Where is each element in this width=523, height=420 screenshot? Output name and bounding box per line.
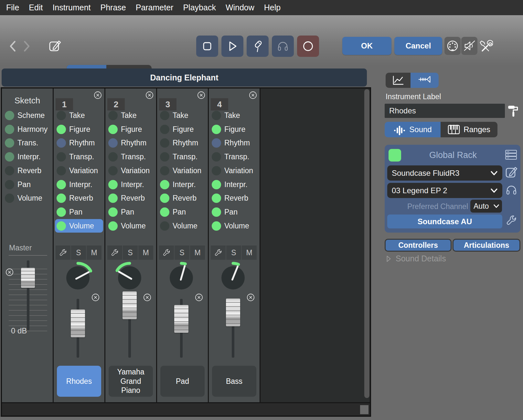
close-channel-icon[interactable] xyxy=(249,91,257,99)
param-state-dot[interactable] xyxy=(160,138,169,148)
channel-2-param-variation[interactable]: Variation xyxy=(107,164,155,177)
parameter-view-button[interactable] xyxy=(386,73,411,88)
device-select[interactable]: Soundcase FluidR3 xyxy=(387,165,502,181)
channel-3-param-reverb[interactable]: Reverb xyxy=(158,191,207,205)
channel-3-param-figure[interactable]: Figure xyxy=(158,122,207,136)
sketch-param-interpr[interactable]: Interpr. xyxy=(3,150,51,163)
param-state-dot[interactable] xyxy=(108,152,118,162)
solo-button[interactable]: S xyxy=(123,246,138,260)
channel-4-param-take[interactable]: Take xyxy=(210,109,258,122)
plugin-button[interactable]: Soundcase AU xyxy=(387,215,502,228)
menu-playback[interactable]: Playback xyxy=(178,3,220,12)
param-state-dot[interactable] xyxy=(5,125,14,134)
sketch-param-reverb[interactable]: Reverb xyxy=(3,164,51,177)
menu-window[interactable]: Window xyxy=(221,3,259,12)
param-state-dot[interactable] xyxy=(57,138,66,148)
menu-instrument[interactable]: Instrument xyxy=(48,3,95,12)
param-state-dot[interactable] xyxy=(5,166,14,175)
channel-4-param-pan[interactable]: Pan xyxy=(210,205,258,219)
sketch-param-scheme[interactable]: Scheme xyxy=(3,109,51,122)
channel-4-param-reverb[interactable]: Reverb xyxy=(210,191,258,205)
monitor-button[interactable] xyxy=(272,36,294,57)
instrument-view-button[interactable] xyxy=(411,73,439,88)
channel-1-param-interpr[interactable]: Interpr. xyxy=(55,178,103,191)
solo-button[interactable]: S xyxy=(226,246,241,260)
param-state-dot[interactable] xyxy=(212,138,221,148)
instrument-name-plate[interactable]: Yamaha Grand Piano xyxy=(109,366,153,397)
play-button[interactable] xyxy=(221,36,243,57)
param-state-dot[interactable] xyxy=(212,125,221,134)
plugin-settings-wrench-icon[interactable] xyxy=(505,214,518,227)
mute-button[interactable] xyxy=(461,37,477,55)
sketch-param-pan[interactable]: Pan xyxy=(3,178,51,191)
param-state-dot[interactable] xyxy=(57,194,66,203)
record-arm-button[interactable] xyxy=(247,36,269,57)
fader-reset-icon[interactable] xyxy=(247,293,255,301)
close-channel-icon[interactable] xyxy=(197,91,205,99)
param-state-dot[interactable] xyxy=(108,166,118,175)
channel-4-param-rhythm[interactable]: Rhythm xyxy=(210,136,258,150)
volume-fader-handle[interactable] xyxy=(123,291,137,319)
sketch-param-harmony[interactable]: Harmony xyxy=(3,122,51,136)
param-state-dot[interactable] xyxy=(160,111,169,120)
channel-4-param-transp[interactable]: Transp. xyxy=(210,150,258,163)
volume-fader-handle[interactable] xyxy=(174,305,188,333)
pan-knob[interactable] xyxy=(215,260,251,296)
param-state-dot[interactable] xyxy=(57,180,66,189)
channel-1-param-reverb[interactable]: Reverb xyxy=(55,191,103,205)
menu-file[interactable]: File xyxy=(1,3,24,12)
ok-button[interactable]: OK xyxy=(342,37,391,55)
menu-edit[interactable]: Edit xyxy=(24,3,48,12)
channel-3-param-pan[interactable]: Pan xyxy=(158,205,207,219)
param-state-dot[interactable] xyxy=(5,138,14,148)
resize-handle[interactable] xyxy=(360,405,368,414)
pan-knob[interactable] xyxy=(112,260,147,296)
instrument-label-input[interactable] xyxy=(385,104,505,118)
fader-reset-icon[interactable] xyxy=(143,293,151,301)
param-state-dot[interactable] xyxy=(57,207,66,217)
mute-button[interactable]: M xyxy=(138,246,153,260)
channel-2-param-reverb[interactable]: Reverb xyxy=(107,191,155,205)
channel-4-param-interpr[interactable]: Interpr. xyxy=(210,178,258,191)
channel-3-param-interpr[interactable]: Interpr. xyxy=(158,178,207,191)
channel-3-param-take[interactable]: Take xyxy=(158,109,207,122)
param-state-dot[interactable] xyxy=(108,194,118,203)
solo-button[interactable]: S xyxy=(175,246,189,260)
record-button[interactable] xyxy=(297,36,319,57)
channel-2-param-figure[interactable]: Figure xyxy=(107,122,155,136)
param-state-dot[interactable] xyxy=(212,111,221,120)
channel-1-param-variation[interactable]: Variation xyxy=(55,164,103,177)
param-state-dot[interactable] xyxy=(57,166,66,175)
master-fader-handle[interactable] xyxy=(21,268,35,288)
preset-select[interactable]: 03 Legend EP 2 xyxy=(387,183,502,198)
menu-parameter[interactable]: Parameter xyxy=(131,3,178,12)
tab-ranges[interactable]: Ranges xyxy=(441,122,497,137)
close-channel-icon[interactable] xyxy=(145,91,154,99)
menu-help[interactable]: Help xyxy=(259,3,285,12)
channel-2-param-rhythm[interactable]: Rhythm xyxy=(107,136,155,150)
instrument-name-plate[interactable]: Pad xyxy=(160,366,205,397)
master-reset-icon[interactable] xyxy=(5,268,14,276)
fader-reset-icon[interactable] xyxy=(91,293,100,301)
articulations-button[interactable]: Articulations xyxy=(453,239,520,252)
stop-button[interactable] xyxy=(196,36,218,57)
rack-icon[interactable] xyxy=(505,150,517,161)
channel-2-param-pan[interactable]: Pan xyxy=(107,205,155,219)
channel-3-param-transp[interactable]: Transp. xyxy=(158,150,207,163)
param-state-dot[interactable] xyxy=(5,152,14,162)
channel-4-param-variation[interactable]: Variation xyxy=(210,164,258,177)
param-state-dot[interactable] xyxy=(108,180,118,189)
strip-settings-button[interactable] xyxy=(211,246,226,260)
channel-1-param-volume[interactable]: Volume xyxy=(55,219,103,233)
mute-button[interactable]: M xyxy=(242,246,257,260)
channel-1-param-transp[interactable]: Transp. xyxy=(55,150,103,163)
fader-reset-icon[interactable] xyxy=(195,293,203,301)
param-state-dot[interactable] xyxy=(108,125,118,134)
sketch-param-trans[interactable]: Trans. xyxy=(3,136,51,150)
close-channel-icon[interactable] xyxy=(94,91,102,99)
param-state-dot[interactable] xyxy=(108,221,118,231)
param-state-dot[interactable] xyxy=(57,125,66,134)
param-state-dot[interactable] xyxy=(160,166,169,175)
volume-fader-handle[interactable] xyxy=(226,299,240,326)
param-state-dot[interactable] xyxy=(5,180,14,189)
